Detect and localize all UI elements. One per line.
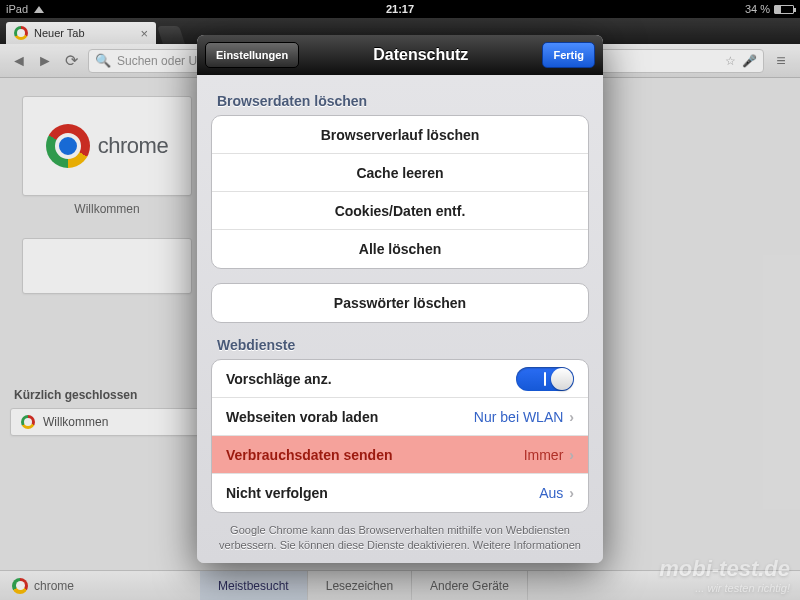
section-webservices-heading: Webdienste bbox=[217, 337, 583, 353]
clear-passwords-button[interactable]: Passwörter löschen bbox=[212, 284, 588, 322]
chevron-right-icon: › bbox=[569, 485, 574, 501]
section-clear-heading: Browserdaten löschen bbox=[217, 93, 583, 109]
clear-cache-button[interactable]: Cache leeren bbox=[212, 154, 588, 192]
suggestions-toggle[interactable] bbox=[516, 367, 574, 391]
webservices-group: Vorschläge anz. Webseiten vorab laden Nu… bbox=[211, 359, 589, 513]
preload-row[interactable]: Webseiten vorab laden Nur bei WLAN › bbox=[212, 398, 588, 436]
modal-header: Einstellungen Datenschutz Fertig bbox=[197, 35, 603, 75]
do-not-track-row[interactable]: Nicht verfolgen Aus › bbox=[212, 474, 588, 512]
clear-cookies-button[interactable]: Cookies/Daten entf. bbox=[212, 192, 588, 230]
settings-back-button[interactable]: Einstellungen bbox=[205, 42, 299, 68]
done-button[interactable]: Fertig bbox=[542, 42, 595, 68]
clear-data-group: Browserverlauf löschen Cache leeren Cook… bbox=[211, 115, 589, 269]
privacy-settings-modal: Einstellungen Datenschutz Fertig Browser… bbox=[197, 35, 603, 563]
usage-data-row[interactable]: Verbrauchsdaten senden Immer › bbox=[212, 436, 588, 474]
chevron-right-icon: › bbox=[569, 409, 574, 425]
clear-all-button[interactable]: Alle löschen bbox=[212, 230, 588, 268]
modal-title: Datenschutz bbox=[299, 46, 542, 64]
preload-value: Nur bei WLAN bbox=[474, 409, 563, 425]
clear-history-button[interactable]: Browserverlauf löschen bbox=[212, 116, 588, 154]
clear-passwords-group: Passwörter löschen bbox=[211, 283, 589, 323]
suggestions-row[interactable]: Vorschläge anz. bbox=[212, 360, 588, 398]
dnt-value: Aus bbox=[539, 485, 563, 501]
modal-footer-note: Google Chrome kann das Browserverhalten … bbox=[197, 519, 603, 563]
chevron-right-icon: › bbox=[569, 447, 574, 463]
usage-data-value: Immer bbox=[524, 447, 564, 463]
